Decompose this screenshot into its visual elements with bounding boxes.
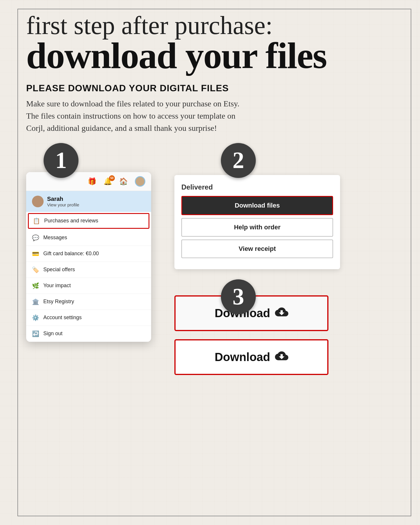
menu-item-impact[interactable]: 🌿 Your impact — [26, 278, 151, 294]
profile-name: Sarah — [47, 196, 79, 202]
main-title: download your files — [26, 37, 405, 74]
etsy-dropdown-mockup: 🎁 🔔 50 🏠 Sarah View your profile — [26, 172, 151, 342]
step3-circle: 3 — [221, 279, 256, 314]
menu-item-giftcard[interactable]: 💳 Gift card balance: €0.00 — [26, 246, 151, 262]
signout-icon: ↩️ — [32, 330, 39, 337]
registry-icon: 🏛️ — [32, 298, 39, 305]
download-button-2[interactable]: Download — [174, 339, 328, 375]
menu-item-offers[interactable]: 🏷️ Special offers — [26, 262, 151, 278]
menu-item-messages[interactable]: 💬 Messages — [26, 230, 151, 246]
intro-subtitle: PLEASE DOWNLOAD YOUR DIGITAL FILES — [26, 83, 405, 94]
notification-count: 50 — [109, 175, 115, 181]
clipboard-icon: 📋 — [33, 217, 40, 224]
download-files-button[interactable]: Download files — [181, 196, 333, 215]
menu-item-registry[interactable]: 🏛️ Etsy Registry — [26, 294, 151, 310]
etsy-topbar: 🎁 🔔 50 🏠 — [26, 172, 151, 191]
profile-picture — [32, 196, 44, 207]
menu-label-signout: Sign out — [43, 331, 62, 337]
gear-icon: ⚙️ — [32, 314, 39, 321]
download-label-2: Download — [215, 351, 270, 364]
intro-body: Make sure to download the files related … — [26, 98, 253, 134]
right-border — [411, 9, 411, 516]
gift-icon: 🎁 — [88, 177, 96, 185]
left-border — [17, 9, 18, 516]
leaf-icon: 🌿 — [32, 282, 39, 289]
profile-link: View your profile — [47, 202, 79, 207]
steps-container: 1 🎁 🔔 50 🏠 Sarah — [26, 149, 405, 383]
creditcard-icon: 💳 — [32, 250, 39, 257]
menu-item-purchases[interactable]: 📋 Purchases and reviews — [28, 213, 149, 229]
tag-icon: 🏷️ — [32, 266, 39, 273]
menu-label-messages: Messages — [43, 235, 67, 241]
order-panel: Delivered Download files Help with order… — [174, 175, 340, 269]
message-icon: 💬 — [32, 234, 39, 241]
profile-info: Sarah View your profile — [47, 196, 79, 207]
bottom-border — [17, 516, 411, 516]
menu-label-impact: Your impact — [43, 283, 71, 289]
menu-label-registry: Etsy Registry — [43, 299, 74, 305]
download-cloud-icon-2 — [275, 349, 288, 365]
menu-label-offers: Special offers — [43, 267, 75, 273]
profile-row[interactable]: Sarah View your profile — [26, 191, 151, 212]
notification-bell[interactable]: 🔔 50 — [103, 177, 112, 185]
download-buttons-group: Download Download — [174, 295, 349, 375]
right-column: 2 Delivered Download files Help with ord… — [174, 149, 349, 383]
menu-label-settings: Account settings — [43, 315, 82, 321]
help-with-order-button[interactable]: Help with order — [181, 218, 333, 237]
delivered-label: Delivered — [181, 183, 333, 191]
menu-item-settings[interactable]: ⚙️ Account settings — [26, 310, 151, 326]
menu-label-giftcard: Gift card balance: €0.00 — [43, 251, 99, 257]
avatar[interactable] — [135, 176, 145, 187]
step1-column: 1 🎁 🔔 50 🏠 Sarah — [26, 149, 160, 383]
view-receipt-button[interactable]: View receipt — [181, 240, 333, 258]
step2-circle: 2 — [221, 143, 256, 178]
menu-label-purchases: Purchases and reviews — [44, 218, 98, 224]
store-icon: 🏠 — [119, 177, 128, 185]
download-cloud-icon-1 — [275, 305, 288, 321]
step1-circle: 1 — [44, 143, 78, 178]
menu-item-signout[interactable]: ↩️ Sign out — [26, 326, 151, 342]
